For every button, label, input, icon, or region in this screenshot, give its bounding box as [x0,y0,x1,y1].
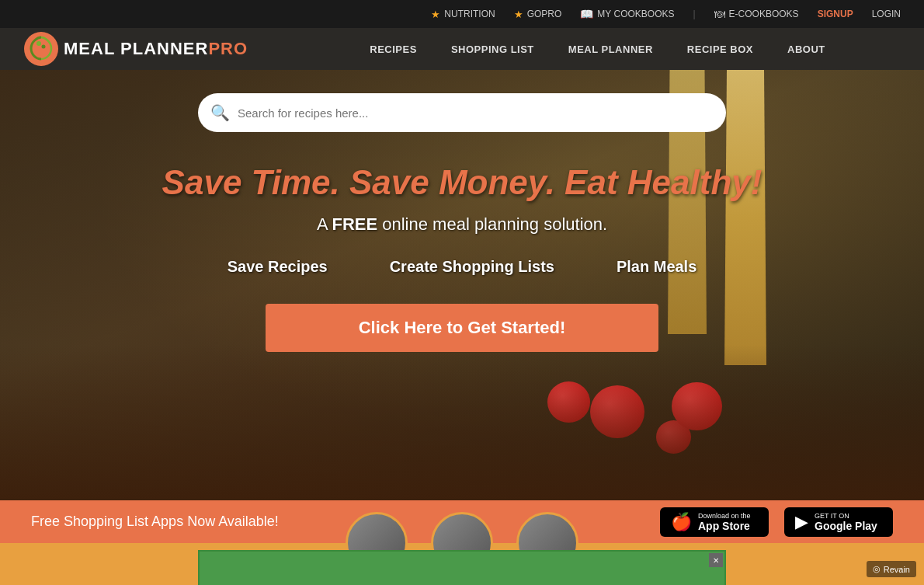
divider: | [693,9,695,19]
feature-save-recipes: Save Recipes [228,258,328,276]
star-icon-2: ★ [514,9,523,20]
logo[interactable]: MEAL PLANNERPRO [23,31,248,67]
nav-ecookbooks[interactable]: 🍽 E-COOKBOOKS [714,8,799,20]
nav-nutrition[interactable]: ★ NUTRITION [431,9,495,20]
revain-text: Revain [884,565,910,574]
hero-features: Save Recipes Create Shopping Lists Plan … [228,258,697,276]
nav-links: RECIPES SHOPPING LIST MEAL PLANNER RECIP… [294,28,901,70]
main-nav: MEAL PLANNERPRO RECIPES SHOPPING LIST ME… [0,28,924,70]
google-play-button[interactable]: ▶ GET IT ON Google Play [784,507,893,537]
search-bar: 🔍 [198,93,726,132]
login-link[interactable]: LOGIN [872,9,901,19]
google-play-icon: ▶ [795,512,808,532]
svg-point-1 [36,41,41,46]
bottom-section: ✕ [0,543,924,585]
logo-icon [23,31,59,67]
book-icon: 📖 [580,8,593,20]
logo-text: MEAL PLANNERPRO [64,39,248,59]
hero-content: 🔍 Save Time. Save Money. Eat Healthy! A … [0,70,924,352]
hero-headline: Save Time. Save Money. Eat Healthy! [162,163,762,202]
nav-meal-planner[interactable]: MEAL PLANNER [551,28,670,70]
nav-mycookbooks[interactable]: 📖 MY COOKBOOKS [580,8,674,20]
feature-plan-meals: Plan Meals [617,258,696,276]
nav-shopping-list[interactable]: SHOPPING LIST [434,28,551,70]
nav-gopro[interactable]: ★ GOPRO [514,9,562,20]
utensils-icon: 🍽 [714,8,725,20]
ad-close-button[interactable]: ✕ [709,553,723,567]
svg-point-2 [42,45,46,49]
food-shadow [0,345,924,500]
cta-button[interactable]: Click Here to Get Started! [266,304,659,352]
apple-icon: 🍎 [671,512,692,532]
star-icon: ★ [431,9,440,20]
revain-icon: ◎ [873,564,881,574]
search-input[interactable] [238,106,714,120]
nav-recipes[interactable]: RECIPES [353,28,434,70]
hero-subheadline: A FREE online meal planning solution. [317,214,607,235]
app-store-button[interactable]: 🍎 Download on the App Store [660,507,769,537]
top-bar: ★ NUTRITION ★ GOPRO 📖 MY COOKBOOKS | 🍽 E… [0,0,924,28]
signup-link[interactable]: SIGNUP [818,9,853,19]
revain-watermark: ◎ Revain [867,561,916,577]
nav-recipe-box[interactable]: RECIPE BOX [670,28,770,70]
ad-banner: ✕ [198,550,726,585]
search-icon: 🔍 [210,103,230,122]
hero-section: 🔍 Save Time. Save Money. Eat Healthy! A … [0,70,924,500]
nav-about[interactable]: ABOUT [770,28,842,70]
feature-shopping-lists: Create Shopping Lists [390,258,554,276]
